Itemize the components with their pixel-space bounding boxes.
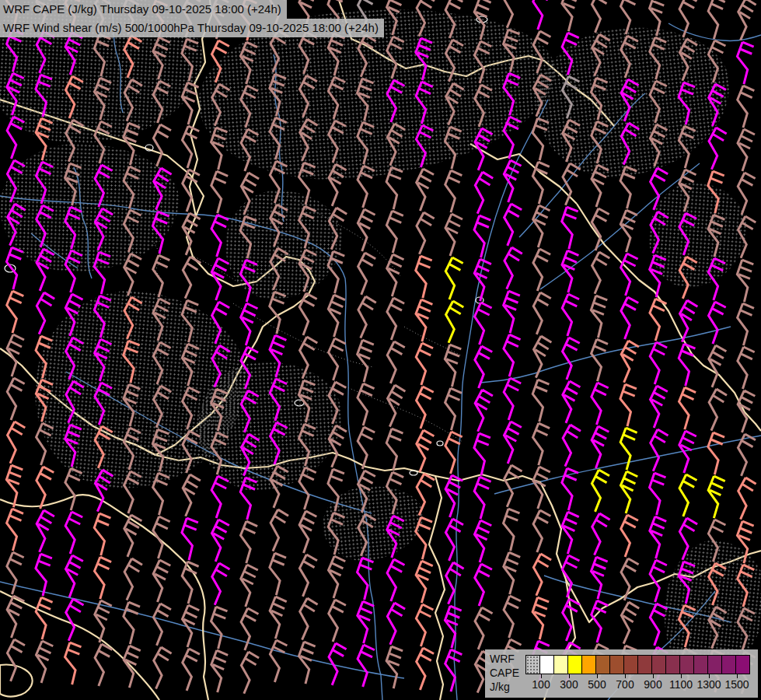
wind-barb bbox=[327, 425, 347, 468]
wind-barb bbox=[152, 386, 172, 429]
wind-barb bbox=[619, 383, 640, 427]
wind-barb bbox=[94, 557, 113, 600]
wind-barb bbox=[6, 378, 25, 421]
wind-barb bbox=[299, 467, 317, 509]
wind-barb bbox=[65, 33, 82, 75]
wind-barb bbox=[562, 555, 579, 597]
wind-barb bbox=[707, 345, 727, 388]
legend-color-cell bbox=[623, 655, 638, 674]
wind-barb bbox=[445, 214, 463, 256]
wind-barb bbox=[678, 604, 697, 647]
wind-barb bbox=[5, 464, 26, 508]
wind-barb bbox=[358, 645, 375, 687]
wind-barb bbox=[210, 127, 231, 170]
wind-barb bbox=[64, 380, 85, 424]
wind-barb bbox=[474, 259, 493, 302]
wind-barb bbox=[152, 604, 172, 646]
wind-barb bbox=[590, 77, 610, 120]
wind-barb bbox=[707, 214, 727, 257]
wind-barb bbox=[6, 639, 26, 682]
wind-barb bbox=[502, 290, 522, 333]
wind-barb bbox=[531, 335, 552, 379]
wind-barb bbox=[649, 37, 668, 79]
wind-barb bbox=[474, 85, 492, 127]
wind-barb bbox=[445, 432, 463, 474]
wind-barb bbox=[416, 604, 433, 646]
wind-barb bbox=[386, 124, 406, 166]
wind-barb bbox=[211, 258, 229, 300]
wind-barb bbox=[414, 212, 435, 255]
legend-color-cell bbox=[595, 655, 610, 674]
wind-barb bbox=[503, 334, 522, 377]
wind-barb bbox=[445, 0, 463, 38]
wind-barb bbox=[386, 472, 405, 515]
wind-barb bbox=[473, 171, 494, 215]
wind-barb bbox=[65, 294, 83, 336]
wind-barb bbox=[181, 213, 201, 256]
wind-barb bbox=[268, 509, 289, 552]
legend-color-cell bbox=[679, 655, 694, 674]
wind-barb bbox=[560, 163, 581, 206]
wind-barb bbox=[532, 554, 552, 597]
wind-barb bbox=[386, 0, 405, 35]
wind-barb bbox=[678, 343, 698, 386]
wind-barb bbox=[561, 381, 581, 424]
wind-barb bbox=[182, 126, 200, 168]
wind-barb bbox=[416, 343, 434, 385]
wind-barb bbox=[270, 640, 287, 682]
legend-tick-label: 700 bbox=[616, 678, 634, 691]
wind-barb bbox=[65, 512, 82, 554]
wind-barb bbox=[182, 649, 200, 691]
wind-barb bbox=[707, 563, 726, 606]
wind-barb bbox=[269, 205, 288, 247]
wind-barb bbox=[93, 426, 113, 469]
wind-barb bbox=[94, 165, 113, 208]
wind-barb bbox=[239, 652, 260, 695]
wind-barb bbox=[240, 129, 259, 172]
wind-barb bbox=[7, 552, 25, 594]
wind-barb bbox=[387, 37, 404, 79]
legend-title-line: J/kg bbox=[490, 680, 526, 694]
wrf-weather-map: WRF CAPE (J/kg) Thursday 09-10-2025 18:0… bbox=[0, 0, 761, 700]
wind-barb bbox=[474, 520, 492, 562]
wind-barb bbox=[591, 470, 610, 513]
wind-barb bbox=[591, 338, 610, 381]
legend-color-cell bbox=[721, 655, 736, 674]
wind-barb bbox=[503, 72, 522, 115]
wind-barb bbox=[37, 423, 54, 465]
wind-barb bbox=[679, 0, 697, 37]
legend-color-cell bbox=[553, 655, 568, 674]
wind-barb bbox=[591, 121, 609, 164]
wind-barb bbox=[473, 0, 493, 40]
wind-barb bbox=[152, 124, 172, 167]
wind-barb bbox=[269, 552, 289, 595]
wind-barb bbox=[416, 125, 433, 167]
wind-barb bbox=[415, 430, 435, 473]
wind-barb bbox=[504, 160, 522, 202]
wind-barb bbox=[678, 39, 698, 82]
wind-barb bbox=[473, 128, 493, 171]
wind-barb bbox=[415, 299, 435, 341]
wind-barb bbox=[591, 208, 609, 251]
wind-barb bbox=[327, 250, 347, 293]
wind-barb bbox=[532, 249, 550, 291]
legend-color-cell bbox=[637, 655, 652, 674]
wind-barb bbox=[299, 250, 316, 292]
wind-barb bbox=[621, 254, 638, 296]
wind-barb bbox=[124, 428, 141, 470]
wind-barb bbox=[65, 76, 83, 119]
wind-barb bbox=[678, 518, 698, 561]
wind-barb bbox=[414, 473, 435, 516]
wind-barb bbox=[620, 341, 640, 383]
wind-barb bbox=[415, 169, 434, 212]
wind-barb bbox=[239, 477, 260, 520]
wind-barb bbox=[298, 162, 318, 205]
wind-barb bbox=[211, 476, 229, 518]
wind-barb bbox=[562, 76, 579, 118]
wind-barb bbox=[678, 125, 697, 168]
wind-barb bbox=[93, 33, 113, 76]
wind-barb bbox=[502, 0, 522, 29]
wind-barb bbox=[211, 170, 230, 213]
wind-barb bbox=[240, 521, 259, 564]
wind-barb bbox=[123, 254, 141, 296]
